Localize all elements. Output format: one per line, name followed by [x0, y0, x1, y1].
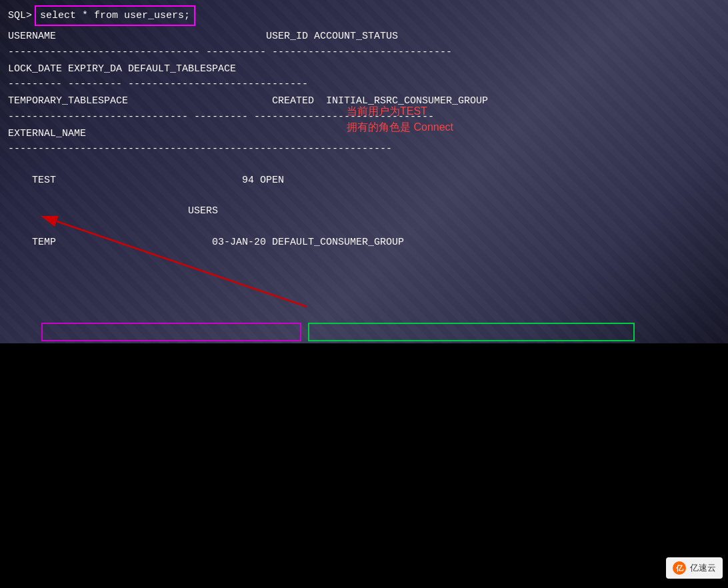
bottom-highlight-box-left	[41, 323, 301, 341]
watermark-logo: 亿	[673, 561, 686, 575]
watermark: 亿 亿速云	[666, 557, 723, 579]
col-headers-row2: LOCK_DATE EXPIRY_DA DEFAULT_TABLESPACE	[8, 61, 720, 77]
watermark-text: 亿速云	[690, 562, 716, 574]
sql-prompt-label: SQL>	[8, 8, 32, 23]
data-row-1-col1: TEST 94 OPEN	[8, 157, 720, 203]
terminal-window: SQL> select * from user_users; USERNAME …	[0, 0, 728, 271]
annotation-line1: 当前用户为TEST	[347, 103, 453, 119]
sql-command: select * from user_users;	[35, 5, 195, 26]
bottom-highlight-box-right	[308, 323, 635, 341]
separator1: -------------------------------- -------…	[8, 45, 720, 60]
separator4: ----------------------------------------…	[8, 141, 720, 157]
separator2: --------- --------- --------------------…	[8, 77, 720, 92]
annotation-container: 当前用户为TEST 拥有的角色是 Connect	[347, 103, 453, 135]
col-headers-row1: USERNAME USER_ID ACCOUNT_STATUS	[8, 29, 720, 44]
data-row-2: USERS	[8, 203, 720, 219]
annotation-line2: 拥有的角色是 Connect	[347, 119, 453, 135]
data-row-3: TEMP 03-JAN-20 DEFAULT_CONSUMER_GROUP	[8, 219, 720, 265]
sql-prompt-line: SQL> select * from user_users;	[8, 5, 720, 26]
